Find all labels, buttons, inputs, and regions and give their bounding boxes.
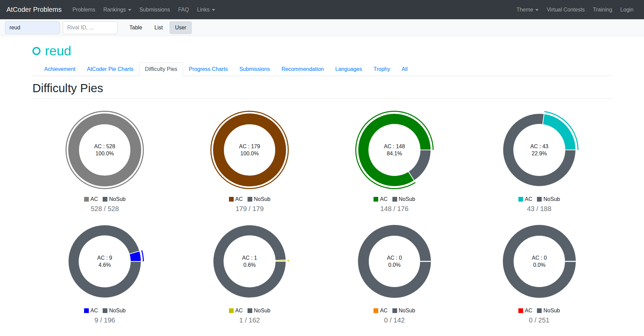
donut-center-ac-label: AC : 9 [97,255,112,261]
legend-ac: AC [229,308,243,314]
legend-nosub: NoSub [103,196,126,202]
legend-nosub-label: NoSub [543,196,560,202]
view-button-table[interactable]: Table [124,21,148,34]
divider [32,98,612,99]
nav-submissions[interactable]: Submissions [135,4,174,16]
tab-all[interactable]: All [396,62,413,76]
legend-nosub: NoSub [537,308,560,314]
donut-chart-brown: AC : 179100.0% [204,104,295,196]
navbar-right-links: ThemeVirtual ContestsTrainingLogin [512,4,638,16]
legend-ac-label: AC [380,308,387,314]
tab-submissions[interactable]: Submissions [234,62,276,76]
user-name: reud [45,43,71,58]
brand-link[interactable]: AtCoder Problems [6,6,61,14]
ac-ratio-label: 179 / 179 [235,205,263,213]
tab-atcoder-pie-charts[interactable]: AtCoder Pie Charts [81,62,139,76]
ac-ratio-label: 9 / 196 [95,316,115,324]
legend-ac-label: AC [235,196,243,202]
nav-virtual-contests[interactable]: Virtual Contests [543,4,589,16]
legend-nosub-label: NoSub [254,308,271,314]
donut-chart-cyan: AC : 4322.9% [494,104,585,196]
tab-recommendation[interactable]: Recommendation [276,62,329,76]
chevron-down-icon [128,9,131,11]
tab-difficulty-pies[interactable]: Difficulty Pies [139,62,183,76]
nosub-swatch-icon [392,197,397,202]
view-mode-buttons: TableListUser [124,21,192,34]
view-button-list[interactable]: List [149,21,168,34]
view-button-user[interactable]: User [170,21,192,34]
legend-nosub-label: NoSub [109,196,126,202]
legend-ac: AC [373,196,387,202]
tab-achievement[interactable]: Achievement [38,62,81,76]
nav-training[interactable]: Training [589,4,616,16]
ac-ratio-label: 43 / 188 [527,205,551,213]
tab-trophy[interactable]: Trophy [368,62,396,76]
legend-ac: AC [518,196,532,202]
legend-ac-label: AC [525,308,532,314]
ac-swatch-icon [229,308,234,313]
legend-nosub-label: NoSub [254,196,271,202]
chart-legend: ACNoSub [373,196,415,202]
ac-ratio-label: 0 / 251 [529,316,549,324]
nav-theme[interactable]: Theme [512,4,543,16]
pie-card-blue: AC : 94.6%ACNoSub9 / 196 [32,216,177,324]
chevron-down-icon [535,9,539,11]
donut-chart-yellow: AC : 10.6% [204,216,295,307]
ac-ratio-label: 0 / 142 [384,316,405,324]
tab-progress-charts[interactable]: Progress Charts [183,62,234,76]
donut-chart-green: AC : 14884.1% [349,104,440,196]
nav-links[interactable]: Links [193,4,219,16]
nosub-swatch-icon [248,197,252,202]
nosub-swatch-icon [537,197,542,202]
donut-chart-grey: AC : 528100.0% [59,104,150,196]
ac-swatch-icon [84,308,89,313]
ac-swatch-icon [518,197,523,202]
legend-ac: AC [84,308,98,314]
legend-ac: AC [373,308,387,314]
pie-card-green: AC : 14884.1%ACNoSub148 / 176 [322,104,467,213]
legend-ac-label: AC [91,196,98,202]
pie-card-red: AC : 00.0%ACNoSub0 / 251 [467,216,612,324]
nosub-swatch-icon [537,308,542,313]
nav-faq[interactable]: FAQ [174,4,193,16]
chart-legend: ACNoSub [229,196,271,202]
legend-nosub-label: NoSub [543,308,560,314]
ac-swatch-icon [229,197,234,202]
pie-card-cyan: AC : 4322.9%ACNoSub43 / 188 [467,104,612,213]
donut-center-ac-label: AC : 1 [242,255,257,261]
pie-card-grey: AC : 528100.0%ACNoSub528 / 528 [32,104,177,213]
navbar-links: ProblemsRankingsSubmissionsFAQLinks [68,4,219,16]
tab-languages[interactable]: Languages [330,62,368,76]
rating-circle-icon [32,47,41,55]
ac-swatch-icon [518,308,523,313]
donut-center-ac-label: AC : 148 [384,144,405,149]
legend-nosub-label: NoSub [399,308,415,314]
nosub-swatch-icon [103,197,107,202]
nav-login[interactable]: Login [616,4,638,16]
user-id-input[interactable] [5,21,60,34]
chart-legend: ACNoSub [373,308,415,314]
donut-chart-red: AC : 00.0% [494,216,585,307]
donut-center-percent-label: 84.1% [387,151,402,156]
legend-nosub: NoSub [392,196,415,202]
donut-center-percent-label: 0.0% [388,262,401,268]
nav-rankings[interactable]: Rankings [99,4,135,16]
legend-ac-label: AC [525,196,532,202]
legend-ac-label: AC [91,308,98,314]
nosub-swatch-icon [392,308,397,313]
legend-nosub-label: NoSub [109,308,126,314]
chevron-down-icon [212,9,215,11]
rival-id-input[interactable] [63,21,118,34]
top-navbar: AtCoder Problems ProblemsRankingsSubmiss… [0,0,644,19]
donut-center-percent-label: 4.6% [99,262,111,268]
user-page-tabs: AchievementAtCoder Pie ChartsDifficulty … [32,62,612,76]
ac-ratio-label: 528 / 528 [91,205,119,213]
donut-center-ac-label: AC : 179 [239,144,260,149]
legend-nosub: NoSub [537,196,560,202]
legend-ac: AC [229,196,243,202]
donut-center-percent-label: 100.0% [96,151,114,156]
chart-legend: ACNoSub [518,196,560,202]
donut-center-percent-label: 100.0% [240,151,259,156]
donut-center-ac-label: AC : 528 [94,144,115,149]
nav-problems[interactable]: Problems [68,4,99,16]
